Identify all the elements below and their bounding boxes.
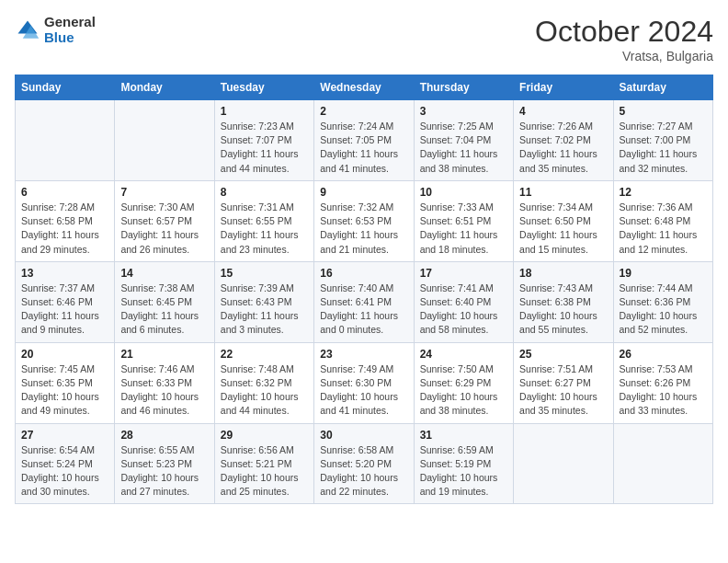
day-number: 25 xyxy=(519,348,607,361)
day-info: Sunrise: 7:44 AM Sunset: 6:36 PM Dayligh… xyxy=(620,282,707,338)
day-number: 31 xyxy=(420,429,507,442)
day-number: 24 xyxy=(420,348,507,361)
day-info: Sunrise: 7:33 AM Sunset: 6:51 PM Dayligh… xyxy=(420,201,507,257)
calendar-cell: 12Sunrise: 7:36 AM Sunset: 6:48 PM Dayli… xyxy=(613,180,712,261)
calendar-cell: 22Sunrise: 7:48 AM Sunset: 6:32 PM Dayli… xyxy=(214,342,313,423)
calendar-cell: 2Sunrise: 7:24 AM Sunset: 7:05 PM Daylig… xyxy=(314,100,414,181)
day-info: Sunrise: 7:30 AM Sunset: 6:57 PM Dayligh… xyxy=(120,201,208,257)
day-number: 4 xyxy=(519,105,607,118)
calendar-cell: 18Sunrise: 7:43 AM Sunset: 6:38 PM Dayli… xyxy=(514,261,613,342)
day-number: 11 xyxy=(519,186,607,199)
day-info: Sunrise: 7:37 AM Sunset: 6:46 PM Dayligh… xyxy=(21,282,108,338)
calendar-week-row: 1Sunrise: 7:23 AM Sunset: 7:07 PM Daylig… xyxy=(16,100,713,181)
calendar-cell: 21Sunrise: 7:46 AM Sunset: 6:33 PM Dayli… xyxy=(115,342,214,423)
day-number: 18 xyxy=(519,267,607,280)
calendar-cell: 24Sunrise: 7:50 AM Sunset: 6:29 PM Dayli… xyxy=(414,342,513,423)
calendar-cell: 25Sunrise: 7:51 AM Sunset: 6:27 PM Dayli… xyxy=(514,342,613,423)
calendar-cell: 8Sunrise: 7:31 AM Sunset: 6:55 PM Daylig… xyxy=(214,180,313,261)
day-info: Sunrise: 6:55 AM Sunset: 5:23 PM Dayligh… xyxy=(120,443,208,500)
day-number: 23 xyxy=(320,348,407,361)
calendar-cell: 26Sunrise: 7:53 AM Sunset: 6:26 PM Dayli… xyxy=(613,342,712,423)
calendar-cell: 30Sunrise: 6:58 AM Sunset: 5:20 PM Dayli… xyxy=(314,423,414,504)
day-info: Sunrise: 7:40 AM Sunset: 6:41 PM Dayligh… xyxy=(320,282,407,338)
logo: General Blue xyxy=(15,15,96,45)
day-number: 26 xyxy=(620,348,707,361)
location-text: Vratsa, Bulgaria xyxy=(535,49,713,63)
calendar-cell: 28Sunrise: 6:55 AM Sunset: 5:23 PM Dayli… xyxy=(115,423,214,504)
day-info: Sunrise: 7:45 AM Sunset: 6:35 PM Dayligh… xyxy=(21,362,108,419)
calendar-cell xyxy=(16,100,115,181)
day-info: Sunrise: 6:59 AM Sunset: 5:19 PM Dayligh… xyxy=(420,443,507,500)
day-number: 27 xyxy=(21,429,108,442)
calendar-cell xyxy=(613,423,712,504)
calendar-week-row: 13Sunrise: 7:37 AM Sunset: 6:46 PM Dayli… xyxy=(16,261,713,342)
calendar-cell: 27Sunrise: 6:54 AM Sunset: 5:24 PM Dayli… xyxy=(16,423,115,504)
day-number: 9 xyxy=(320,186,407,199)
calendar-cell: 11Sunrise: 7:34 AM Sunset: 6:50 PM Dayli… xyxy=(514,180,613,261)
day-number: 5 xyxy=(620,105,707,118)
day-info: Sunrise: 7:39 AM Sunset: 6:43 PM Dayligh… xyxy=(221,282,308,338)
day-number: 10 xyxy=(420,186,507,199)
calendar-week-row: 27Sunrise: 6:54 AM Sunset: 5:24 PM Dayli… xyxy=(16,423,713,504)
calendar-cell: 5Sunrise: 7:27 AM Sunset: 7:00 PM Daylig… xyxy=(613,100,712,181)
day-number: 1 xyxy=(221,105,308,118)
calendar-cell xyxy=(514,423,613,504)
day-info: Sunrise: 7:51 AM Sunset: 6:27 PM Dayligh… xyxy=(519,362,607,419)
day-info: Sunrise: 7:50 AM Sunset: 6:29 PM Dayligh… xyxy=(420,362,507,419)
calendar-cell: 29Sunrise: 6:56 AM Sunset: 5:21 PM Dayli… xyxy=(214,423,313,504)
calendar-header-row: SundayMondayTuesdayWednesdayThursdayFrid… xyxy=(16,75,713,100)
logo-general-text: General xyxy=(44,15,96,30)
calendar-cell: 7Sunrise: 7:30 AM Sunset: 6:57 PM Daylig… xyxy=(115,180,214,261)
day-info: Sunrise: 7:32 AM Sunset: 6:53 PM Dayligh… xyxy=(320,201,407,257)
calendar-cell: 13Sunrise: 7:37 AM Sunset: 6:46 PM Dayli… xyxy=(16,261,115,342)
day-of-week-header: Wednesday xyxy=(314,75,414,100)
day-of-week-header: Tuesday xyxy=(214,75,313,100)
day-info: Sunrise: 7:49 AM Sunset: 6:30 PM Dayligh… xyxy=(320,362,407,419)
day-number: 15 xyxy=(221,267,308,280)
day-number: 28 xyxy=(120,429,208,442)
calendar-cell xyxy=(115,100,214,181)
day-info: Sunrise: 7:43 AM Sunset: 6:38 PM Dayligh… xyxy=(519,282,607,338)
day-number: 6 xyxy=(21,186,108,199)
calendar-week-row: 6Sunrise: 7:28 AM Sunset: 6:58 PM Daylig… xyxy=(16,180,713,261)
day-number: 13 xyxy=(21,267,108,280)
day-info: Sunrise: 7:48 AM Sunset: 6:32 PM Dayligh… xyxy=(221,362,308,419)
calendar-cell: 4Sunrise: 7:26 AM Sunset: 7:02 PM Daylig… xyxy=(514,100,613,181)
title-block: October 2024 Vratsa, Bulgaria xyxy=(535,15,713,63)
day-number: 3 xyxy=(420,105,507,118)
calendar-cell: 10Sunrise: 7:33 AM Sunset: 6:51 PM Dayli… xyxy=(414,180,513,261)
day-info: Sunrise: 7:23 AM Sunset: 7:07 PM Dayligh… xyxy=(221,120,308,176)
calendar-week-row: 20Sunrise: 7:45 AM Sunset: 6:35 PM Dayli… xyxy=(16,342,713,423)
calendar-cell: 23Sunrise: 7:49 AM Sunset: 6:30 PM Dayli… xyxy=(314,342,414,423)
day-of-week-header: Saturday xyxy=(613,75,712,100)
day-of-week-header: Thursday xyxy=(414,75,513,100)
calendar-cell: 9Sunrise: 7:32 AM Sunset: 6:53 PM Daylig… xyxy=(314,180,414,261)
month-title: October 2024 xyxy=(535,15,713,49)
calendar-cell: 14Sunrise: 7:38 AM Sunset: 6:45 PM Dayli… xyxy=(115,261,214,342)
calendar-cell: 19Sunrise: 7:44 AM Sunset: 6:36 PM Dayli… xyxy=(613,261,712,342)
day-info: Sunrise: 7:36 AM Sunset: 6:48 PM Dayligh… xyxy=(620,201,707,257)
day-info: Sunrise: 7:46 AM Sunset: 6:33 PM Dayligh… xyxy=(120,362,208,419)
day-info: Sunrise: 7:25 AM Sunset: 7:04 PM Dayligh… xyxy=(420,120,507,176)
calendar-cell: 16Sunrise: 7:40 AM Sunset: 6:41 PM Dayli… xyxy=(314,261,414,342)
day-number: 8 xyxy=(221,186,308,199)
calendar-cell: 15Sunrise: 7:39 AM Sunset: 6:43 PM Dayli… xyxy=(214,261,313,342)
calendar-cell: 3Sunrise: 7:25 AM Sunset: 7:04 PM Daylig… xyxy=(414,100,513,181)
day-info: Sunrise: 7:28 AM Sunset: 6:58 PM Dayligh… xyxy=(21,201,108,257)
day-number: 7 xyxy=(120,186,208,199)
day-number: 21 xyxy=(120,348,208,361)
day-info: Sunrise: 7:53 AM Sunset: 6:26 PM Dayligh… xyxy=(620,362,707,419)
day-info: Sunrise: 6:54 AM Sunset: 5:24 PM Dayligh… xyxy=(21,443,108,500)
day-number: 17 xyxy=(420,267,507,280)
day-info: Sunrise: 7:34 AM Sunset: 6:50 PM Dayligh… xyxy=(519,201,607,257)
logo-blue-text: Blue xyxy=(44,30,96,46)
day-of-week-header: Sunday xyxy=(16,75,115,100)
day-number: 19 xyxy=(620,267,707,280)
day-info: Sunrise: 6:58 AM Sunset: 5:20 PM Dayligh… xyxy=(320,443,407,500)
day-info: Sunrise: 7:38 AM Sunset: 6:45 PM Dayligh… xyxy=(120,282,208,338)
day-number: 14 xyxy=(120,267,208,280)
calendar-cell: 20Sunrise: 7:45 AM Sunset: 6:35 PM Dayli… xyxy=(16,342,115,423)
day-info: Sunrise: 7:27 AM Sunset: 7:00 PM Dayligh… xyxy=(620,120,707,176)
logo-icon xyxy=(15,17,40,43)
day-number: 20 xyxy=(21,348,108,361)
